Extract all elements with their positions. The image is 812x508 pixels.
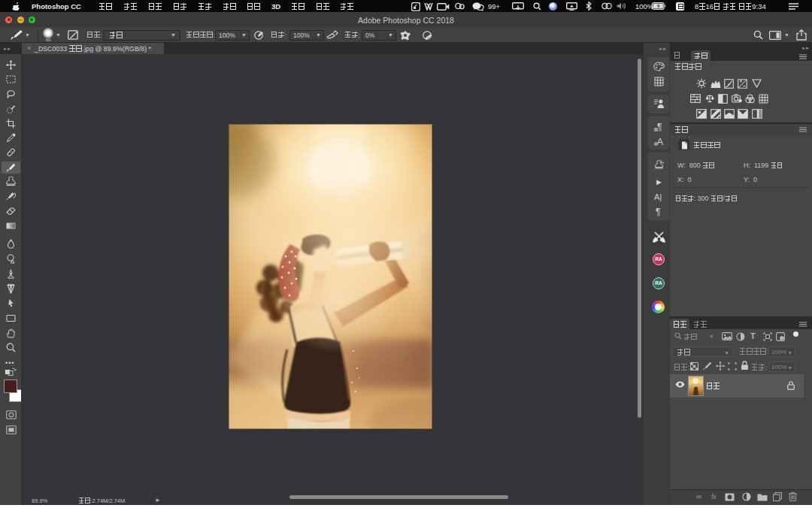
svg-text:A: A bbox=[657, 136, 664, 147]
